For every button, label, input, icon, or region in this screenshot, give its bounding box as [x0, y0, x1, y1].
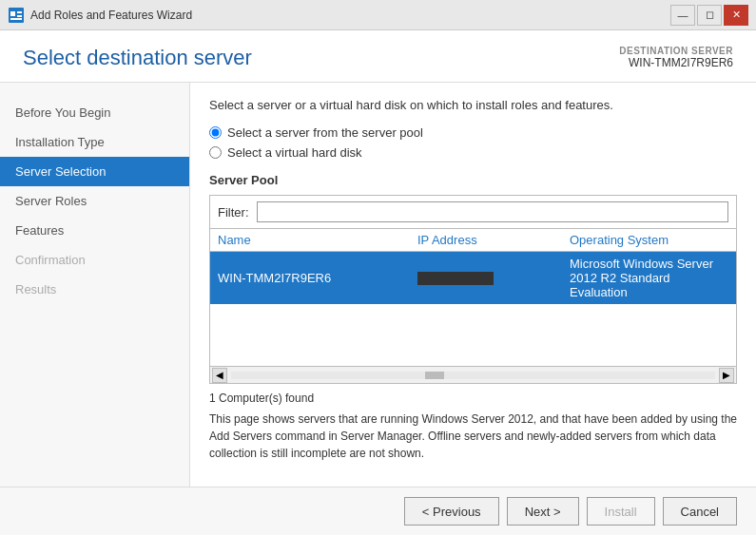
svg-rect-2: [17, 11, 22, 13]
title-bar-left: Add Roles and Features Wizard: [8, 7, 192, 24]
radio-vhd-input[interactable]: [209, 146, 222, 159]
sidebar-item-installation-type[interactable]: Installation Type: [0, 127, 189, 157]
title-bar: Add Roles and Features Wizard — ◻ ✕: [0, 0, 756, 30]
radio-option-vhd[interactable]: Select a virtual hard disk: [209, 145, 737, 160]
sidebar-item-results: Results: [0, 275, 189, 304]
page-title: Select destination server: [23, 46, 252, 70]
destination-server-info: DESTINATION SERVER WIN-TMM2I7R9ER6: [619, 46, 733, 69]
svg-rect-1: [10, 11, 15, 16]
sidebar-item-server-roles[interactable]: Server Roles: [0, 186, 189, 216]
radio-server-pool-label: Select a server from the server pool: [227, 125, 423, 140]
table-row[interactable]: WIN-TMM2I7R9ER6 Microsoft Windows Server…: [210, 252, 736, 304]
scroll-thumb[interactable]: [425, 372, 444, 379]
row-ip-address: [417, 271, 570, 286]
count-text: 1 Computer(s) found: [209, 392, 737, 405]
close-button[interactable]: ✕: [724, 5, 748, 26]
radio-group: Select a server from the server pool Sel…: [209, 125, 737, 160]
destination-server-name: WIN-TMM2I7R9ER6: [619, 56, 733, 69]
title-bar-controls: — ◻ ✕: [670, 5, 748, 26]
filter-label: Filter:: [218, 205, 249, 220]
destination-server-label: DESTINATION SERVER: [619, 46, 733, 56]
radio-option-server-pool[interactable]: Select a server from the server pool: [209, 125, 737, 140]
row-os: Microsoft Windows Server 2012 R2 Standar…: [570, 257, 728, 299]
minimize-button[interactable]: —: [670, 5, 695, 26]
column-header-ip[interactable]: IP Address: [417, 233, 570, 247]
previous-button[interactable]: < Previous: [404, 497, 499, 525]
sidebar-item-confirmation: Confirmation: [0, 245, 189, 275]
cancel-button[interactable]: Cancel: [663, 497, 737, 525]
svg-rect-3: [17, 15, 22, 17]
filter-input[interactable]: [257, 201, 729, 222]
title-bar-title: Add Roles and Features Wizard: [30, 9, 192, 22]
column-header-os[interactable]: Operating System: [570, 233, 728, 247]
info-text: This page shows servers that are running…: [209, 411, 737, 462]
wizard-footer: < Previous Next > Install Cancel: [0, 487, 756, 535]
wizard-icon: [8, 7, 25, 24]
ip-redacted-block: [417, 272, 494, 285]
wizard-body: Before You Begin Installation Type Serve…: [0, 83, 756, 487]
scroll-right-button[interactable]: ▶: [719, 368, 734, 383]
sidebar-item-server-selection[interactable]: Server Selection: [0, 157, 189, 186]
svg-rect-4: [10, 18, 22, 20]
row-server-name: WIN-TMM2I7R9ER6: [218, 271, 417, 285]
next-button[interactable]: Next >: [507, 497, 579, 525]
restore-button[interactable]: ◻: [697, 5, 722, 26]
column-header-name[interactable]: Name: [218, 233, 417, 247]
sidebar-item-before-you-begin[interactable]: Before You Begin: [0, 98, 189, 127]
horizontal-scrollbar[interactable]: ◀ ▶: [210, 366, 736, 383]
radio-server-pool-input[interactable]: [209, 126, 222, 139]
content-description: Select a server or a virtual hard disk o…: [209, 98, 737, 112]
server-pool-section-label: Server Pool: [209, 173, 737, 187]
radio-vhd-label: Select a virtual hard disk: [227, 145, 362, 160]
wizard-header: Select destination server DESTINATION SE…: [0, 30, 756, 83]
filter-row: Filter:: [210, 196, 736, 229]
install-button[interactable]: Install: [587, 497, 655, 525]
sidebar: Before You Begin Installation Type Serve…: [0, 83, 190, 487]
scroll-track[interactable]: [231, 372, 715, 379]
table-body: WIN-TMM2I7R9ER6 Microsoft Windows Server…: [210, 252, 736, 366]
server-pool-container: Filter: Name IP Address Operating System…: [209, 195, 737, 384]
scroll-left-button[interactable]: ◀: [212, 368, 227, 383]
content-area: Select a server or a virtual hard disk o…: [190, 83, 756, 487]
wizard: Select destination server DESTINATION SE…: [0, 30, 756, 535]
table-header: Name IP Address Operating System: [210, 229, 736, 252]
sidebar-item-features[interactable]: Features: [0, 216, 189, 245]
